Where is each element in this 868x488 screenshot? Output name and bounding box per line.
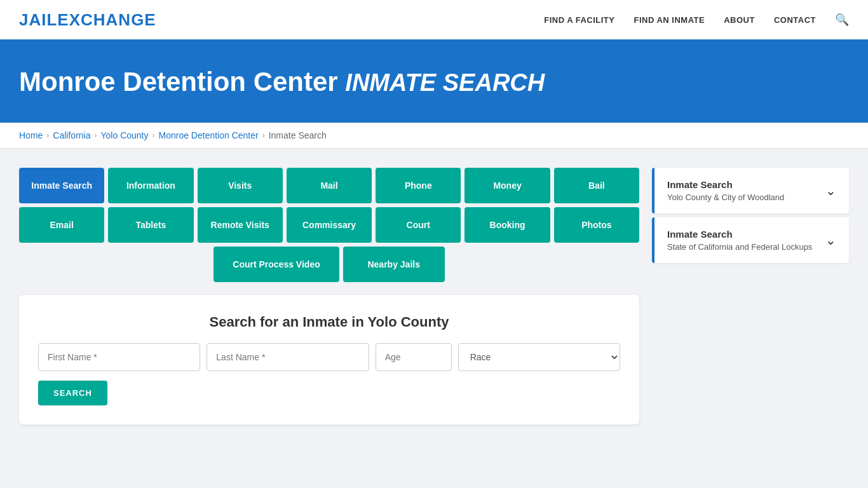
breadcrumb-california[interactable]: California	[53, 130, 90, 140]
site-logo[interactable]: JAILEXCHANGE	[19, 10, 156, 30]
chevron-down-icon: ⌄	[825, 183, 836, 198]
breadcrumb-sep-3: ›	[152, 131, 154, 140]
btn-mail[interactable]: Mail	[287, 168, 372, 203]
sidebar-card-yolo-subtitle: Yolo County & City of Woodland	[667, 193, 784, 202]
nav-buttons-row2: Email Tablets Remote Visits Commissary C…	[19, 207, 639, 243]
hero-title-main: Monroe Detention Center	[19, 67, 338, 97]
btn-inmate-search[interactable]: Inmate Search	[19, 168, 104, 203]
breadcrumb-current: Inmate Search	[269, 130, 327, 140]
first-name-input[interactable]	[38, 343, 200, 371]
nav-find-facility[interactable]: FIND A FACILITY	[544, 15, 614, 25]
search-form-title: Search for an Inmate in Yolo County	[38, 314, 620, 330]
breadcrumb-home[interactable]: Home	[19, 130, 43, 140]
search-form-box: Search for an Inmate in Yolo County Race…	[19, 295, 639, 424]
logo-exchange: EXCHANGE	[57, 10, 156, 29]
sidebar-card-california-text: Inmate Search State of California and Fe…	[667, 229, 812, 252]
breadcrumb-monroe[interactable]: Monroe Detention Center	[158, 130, 258, 140]
btn-commissary[interactable]: Commissary	[287, 207, 372, 243]
btn-court[interactable]: Court	[376, 207, 461, 243]
sidebar-card-yolo-title: Inmate Search	[667, 179, 784, 190]
breadcrumb-yolo-county[interactable]: Yolo County	[101, 130, 149, 140]
btn-nearby-jails[interactable]: Nearby Jails	[343, 247, 445, 282]
btn-information[interactable]: Information	[108, 168, 193, 203]
right-panel: Inmate Search Yolo County & City of Wood…	[652, 168, 849, 263]
nav-contact[interactable]: CONTACT	[774, 15, 816, 25]
last-name-input[interactable]	[207, 343, 369, 371]
breadcrumb: Home › California › Yolo County › Monroe…	[0, 123, 868, 149]
breadcrumb-sep-1: ›	[46, 131, 49, 140]
btn-photos[interactable]: Photos	[554, 207, 639, 243]
btn-phone[interactable]: Phone	[376, 168, 461, 203]
main-content: Inmate Search Information Visits Mail Ph…	[0, 149, 868, 444]
nav-about[interactable]: ABOUT	[724, 15, 755, 25]
site-header: JAILEXCHANGE FIND A FACILITY FIND AN INM…	[0, 0, 868, 41]
btn-booking[interactable]: Booking	[465, 207, 550, 243]
age-input[interactable]	[376, 343, 452, 371]
sidebar-card-california[interactable]: Inmate Search State of California and Fe…	[652, 217, 849, 263]
main-nav: FIND A FACILITY FIND AN INMATE ABOUT CON…	[544, 13, 849, 27]
left-panel: Inmate Search Information Visits Mail Ph…	[19, 168, 639, 424]
breadcrumb-sep-2: ›	[95, 131, 97, 140]
btn-bail[interactable]: Bail	[554, 168, 639, 203]
search-button[interactable]: SEARCH	[38, 381, 107, 405]
btn-remote-visits[interactable]: Remote Visits	[198, 207, 283, 243]
btn-visits[interactable]: Visits	[198, 168, 283, 203]
hero-title-italic: INMATE SEARCH	[345, 69, 545, 96]
nav-buttons-row3: Court Process Video Nearby Jails	[19, 247, 639, 282]
form-row-names: Race White Black Hispanic Asian Other	[38, 343, 620, 371]
chevron-down-icon-2: ⌄	[825, 233, 836, 248]
btn-money[interactable]: Money	[465, 168, 550, 203]
breadcrumb-sep-4: ›	[262, 131, 265, 140]
btn-court-process-video[interactable]: Court Process Video	[214, 247, 339, 282]
page-title: Monroe Detention Center INMATE SEARCH	[19, 67, 849, 97]
nav-find-inmate[interactable]: FIND AN INMATE	[634, 15, 705, 25]
hero-banner: Monroe Detention Center INMATE SEARCH	[0, 41, 868, 123]
btn-email[interactable]: Email	[19, 207, 104, 243]
sidebar-card-california-subtitle: State of California and Federal Lockups	[667, 242, 812, 252]
nav-buttons-row1: Inmate Search Information Visits Mail Ph…	[19, 168, 639, 203]
logo-jail: JAIL	[19, 10, 57, 29]
race-select[interactable]: Race White Black Hispanic Asian Other	[458, 343, 620, 371]
sidebar-card-yolo-text: Inmate Search Yolo County & City of Wood…	[667, 179, 784, 202]
search-icon[interactable]: 🔍	[835, 13, 849, 27]
btn-tablets[interactable]: Tablets	[108, 207, 193, 243]
sidebar-card-yolo[interactable]: Inmate Search Yolo County & City of Wood…	[652, 168, 849, 214]
sidebar-card-california-title: Inmate Search	[667, 229, 812, 240]
